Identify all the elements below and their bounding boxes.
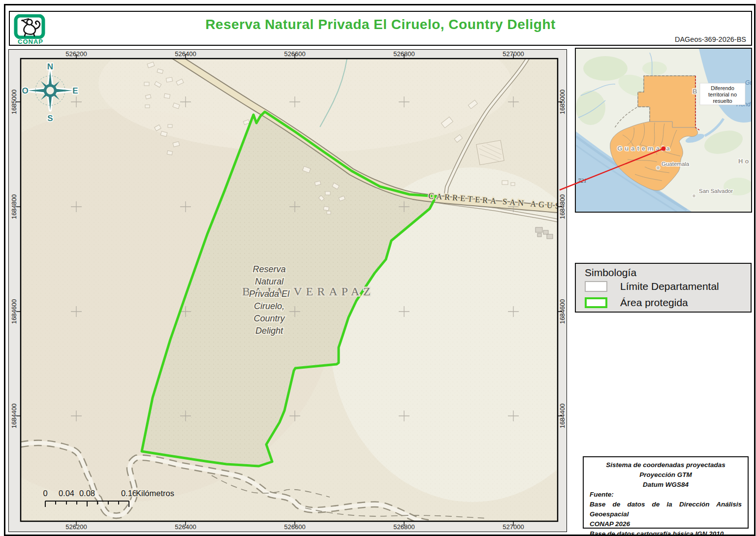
compass-east-label: E — [72, 86, 78, 95]
san-salvador-label: San Salvador — [699, 188, 733, 194]
capital-city-dot — [656, 166, 660, 170]
svg-text:Privada El: Privada El — [249, 289, 290, 299]
territorial-note: Diferendo territorial no resuelto — [700, 83, 745, 105]
svg-text:0: 0 — [43, 489, 47, 498]
header: CONAP Reserva Natural Privada El Ciruelo… — [9, 11, 752, 46]
svg-text:Diferendo: Diferendo — [711, 85, 734, 91]
crs-line: Sistema de coordenadas proyectadas — [590, 460, 742, 470]
svg-text:1684800: 1684800 — [559, 194, 566, 220]
source-line-1: Base de datos de la Dirección Análisis G… — [590, 500, 742, 519]
svg-text:1684600: 1684600 — [559, 299, 566, 324]
svg-text:526800: 526800 — [393, 50, 414, 58]
svg-text:Natural: Natural — [255, 277, 284, 286]
blue-partial-label-1: Gu — [745, 79, 751, 86]
compass-north-label: N — [47, 62, 53, 71]
credits: Sistema de coordenadas proyectadas Proye… — [583, 456, 749, 529]
svg-text:1684400: 1684400 — [559, 404, 566, 429]
svg-text:1684800: 1684800 — [10, 194, 18, 220]
departmental-limit-swatch — [585, 281, 607, 292]
protected-area-swatch — [585, 297, 607, 308]
compass-south-label: S — [47, 114, 53, 123]
source-line-2: CONAP 2026 — [590, 519, 742, 529]
conap-logo-text: CONAP — [12, 38, 49, 45]
document-code: DAGeos-369-2026-BS — [675, 35, 746, 43]
svg-text:526600: 526600 — [284, 50, 305, 58]
san-salvador-dot — [693, 194, 696, 198]
svg-text:0.04: 0.04 — [59, 489, 74, 498]
svg-text:1685000: 1685000 — [559, 90, 566, 115]
map-canvas: BAJA VERAPAZ Reserva Natural Privada El … — [8, 49, 567, 523]
datum-line: Datum WGS84 — [590, 480, 742, 490]
capital-city-label: Guatemala — [662, 161, 690, 167]
svg-text:526400: 526400 — [175, 523, 196, 531]
honduras-partial-label: Ho — [738, 158, 751, 165]
svg-text:Ciruelo,: Ciruelo, — [254, 301, 284, 311]
legend: Simbología Límite Departamental Área pro… — [575, 263, 752, 313]
svg-text:territorial no: territorial no — [708, 92, 737, 97]
legend-item-departmental: Límite Departamental — [585, 280, 719, 293]
svg-text:0.08: 0.08 — [79, 489, 95, 498]
svg-text:1684600: 1684600 — [10, 299, 18, 324]
monkey-logo-icon — [14, 14, 45, 39]
svg-text:526400: 526400 — [175, 50, 196, 58]
svg-text:526200: 526200 — [65, 523, 87, 531]
scale-unit-label: Kilómetros — [136, 489, 174, 498]
svg-text:resuelto: resuelto — [713, 98, 732, 104]
conap-logo — [14, 14, 45, 39]
svg-text:Reserva: Reserva — [252, 264, 285, 274]
svg-text:1685000: 1685000 — [10, 90, 18, 115]
svg-text:527000: 527000 — [503, 523, 524, 531]
country-label: Guatemala — [617, 145, 672, 152]
svg-text:Delight: Delight — [255, 326, 284, 336]
inset-map-canvas: Guatemala Guatemala San Salvador Ho B Gu… — [576, 49, 751, 212]
svg-text:0.16: 0.16 — [121, 489, 137, 498]
svg-text:527000: 527000 — [503, 50, 524, 58]
legend-item-protected-area: Área protegida — [585, 296, 688, 309]
map-sheet: CONAP Reserva Natural Privada El Ciruelo… — [0, 0, 756, 536]
road-number-label: 721 — [578, 177, 587, 184]
svg-text:526600: 526600 — [284, 523, 305, 531]
svg-text:Country: Country — [253, 314, 285, 323]
svg-text:1684400: 1684400 — [10, 404, 18, 429]
legend-title: Simbología — [585, 267, 636, 279]
source-heading: Fuente: — [590, 490, 742, 500]
compass-west-label: O — [22, 86, 28, 95]
source-line-3: Base de datos cartografía básica IGN 201… — [590, 529, 742, 536]
page-title: Reserva Natural Privada El Ciruelo, Coun… — [69, 17, 692, 32]
main-map: BAJA VERAPAZ Reserva Natural Privada El … — [8, 49, 567, 532]
svg-text:526200: 526200 — [65, 50, 87, 58]
belize-partial-label: B — [693, 88, 697, 95]
inset-locator-map: Guatemala Guatemala San Salvador Ho B Gu… — [575, 48, 752, 213]
svg-text:526800: 526800 — [393, 523, 414, 531]
projection-line: Proyección GTM — [590, 470, 742, 480]
